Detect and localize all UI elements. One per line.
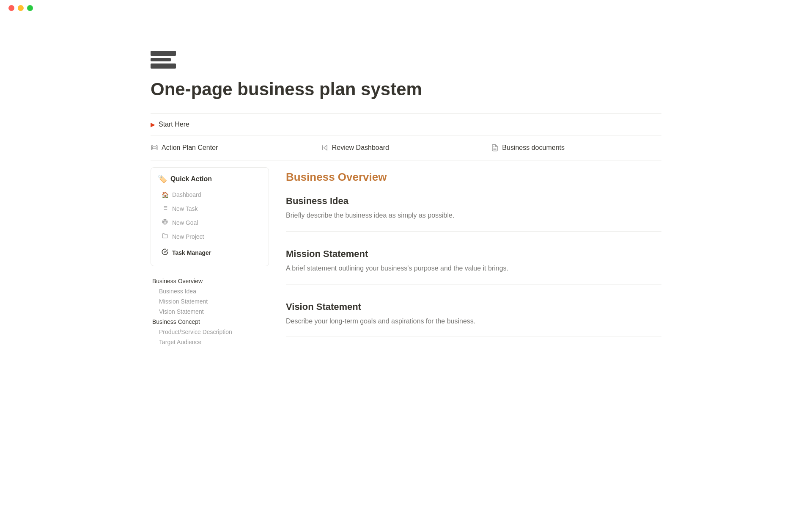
nav-business-docs[interactable]: Business documents — [491, 144, 661, 152]
quick-action-header: 🏷️ Quick Action — [158, 174, 262, 184]
content-area: Business Overview Business Idea Briefly … — [286, 167, 661, 354]
business-idea-title: Business Idea — [286, 196, 661, 207]
qa-new-task[interactable]: New Task — [158, 202, 262, 215]
document-icon — [491, 144, 499, 152]
icon-bar-top — [151, 51, 176, 56]
svg-point-12 — [164, 221, 167, 224]
maximize-button[interactable] — [27, 5, 33, 11]
section-divider-1 — [286, 231, 661, 232]
page-title: One-page business plan system — [151, 79, 661, 100]
icon-bar-bottom — [151, 64, 176, 69]
vision-statement-text: Describe your long-term goals and aspira… — [286, 316, 661, 327]
quick-action-title: Quick Action — [170, 175, 212, 183]
svg-marker-1 — [324, 145, 327, 150]
dumbbell-icon — [151, 144, 158, 152]
qa-new-goal-label: New Goal — [172, 219, 198, 226]
nav-action-plan[interactable]: Action Plan Center — [151, 144, 321, 152]
quick-action-items: 🏠 Dashboard — [158, 189, 262, 259]
svg-rect-0 — [153, 147, 156, 149]
svg-point-13 — [165, 221, 165, 222]
nav-review-dashboard-label: Review Dashboard — [332, 144, 389, 152]
mission-statement-text: A brief statement outlining your busines… — [286, 263, 661, 274]
sidebar-nav-vision-statement[interactable]: Vision Statement — [151, 307, 269, 316]
icon-bar-middle — [151, 58, 171, 61]
section-divider-2 — [286, 284, 661, 284]
main-content: One-page business plan system ▶ Start He… — [110, 0, 702, 354]
page-icon — [151, 51, 661, 69]
mission-statement-title: Mission Statement — [286, 248, 661, 260]
sidebar-nav-business-overview[interactable]: Business Overview — [151, 276, 269, 286]
qa-new-goal[interactable]: New Goal — [158, 216, 262, 229]
divider-content — [151, 160, 661, 160]
home-icon: 🏠 — [161, 191, 169, 198]
business-idea-text: Briefly describe the business idea as si… — [286, 210, 661, 221]
check-circle-icon — [161, 248, 169, 257]
qa-dashboard-label: Dashboard — [172, 191, 201, 198]
quick-action-icon: 🏷️ — [158, 174, 167, 184]
quick-action-card: 🏷️ Quick Action 🏠 Dashboard — [151, 167, 269, 266]
nav-review-dashboard[interactable]: Review Dashboard — [321, 144, 491, 152]
qa-new-task-label: New Task — [172, 205, 198, 212]
qa-dashboard[interactable]: 🏠 Dashboard — [158, 189, 262, 201]
sidebar-nav-business-concept[interactable]: Business Concept — [151, 317, 269, 326]
start-here-text: Start Here — [159, 121, 189, 128]
sidebar-nav-mission-statement[interactable]: Mission Statement — [151, 297, 269, 306]
task-icon — [161, 205, 169, 212]
business-overview-title: Business Overview — [286, 171, 661, 184]
sidebar-nav-product-service[interactable]: Product/Service Description — [151, 327, 269, 337]
rewind-icon — [321, 144, 329, 152]
nav-action-plan-label: Action Plan Center — [162, 144, 218, 152]
icon-bars — [151, 51, 176, 69]
sidebar: 🏷️ Quick Action 🏠 Dashboard — [151, 167, 269, 354]
sidebar-nav: Business Overview Business Idea Mission … — [151, 276, 269, 347]
nav-links-row: Action Plan Center Review Dashboard — [151, 135, 661, 160]
sidebar-nav-target-audience[interactable]: Target Audience — [151, 337, 269, 347]
section-divider-3 — [286, 337, 661, 337]
goal-icon — [161, 219, 169, 226]
close-button[interactable] — [8, 5, 14, 11]
qa-new-project[interactable]: New Project — [158, 230, 262, 243]
project-icon — [161, 233, 169, 240]
vision-statement-title: Vision Statement — [286, 301, 661, 312]
qa-new-project-label: New Project — [172, 233, 204, 240]
titlebar — [0, 0, 812, 16]
qa-task-manager[interactable]: Task Manager — [158, 246, 262, 259]
mission-statement-section: Mission Statement A brief statement outl… — [286, 248, 661, 284]
start-here-row[interactable]: ▶ Start Here — [151, 114, 661, 135]
qa-task-manager-label: Task Manager — [172, 249, 211, 256]
nav-business-docs-label: Business documents — [502, 144, 565, 152]
business-idea-section: Business Idea Briefly describe the busin… — [286, 196, 661, 232]
vision-statement-section: Vision Statement Describe your long-term… — [286, 301, 661, 337]
start-here-icon: ▶ — [151, 121, 155, 128]
two-col-layout: 🏷️ Quick Action 🏠 Dashboard — [151, 167, 661, 354]
minimize-button[interactable] — [18, 5, 24, 11]
sidebar-nav-business-idea[interactable]: Business Idea — [151, 287, 269, 296]
